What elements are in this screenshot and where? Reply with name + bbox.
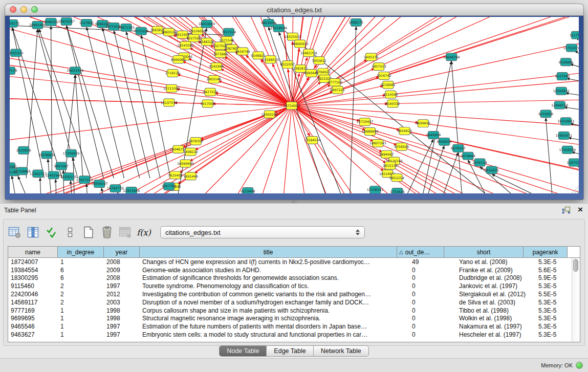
column-header-year[interactable]: year: [104, 247, 140, 257]
network-node[interactable]: 9654923: [397, 127, 412, 135]
network-node[interactable]: 9777169: [328, 78, 342, 86]
table-vertical-scrollbar[interactable]: [572, 258, 580, 342]
column-header-pagerank[interactable]: pagerank: [524, 247, 568, 257]
network-canvas[interactable]: 7663822886012389129541822605893275058186…: [10, 17, 579, 193]
table-row[interactable]: 2242004622012Investigating the contribut…: [8, 290, 580, 298]
network-node[interactable]: 9417004: [200, 100, 215, 107]
table-row[interactable]: 977716911998Corpus callosum shape and si…: [8, 307, 580, 315]
network-node[interactable]: 8216061: [381, 81, 396, 89]
network-node[interactable]: 8958924: [437, 138, 452, 145]
network-node[interactable]: 9640954: [426, 132, 441, 139]
network-node[interactable]: 15136141: [367, 186, 384, 193]
network-node[interactable]: 7955812: [312, 57, 326, 64]
network-node[interactable]: 8860123: [162, 28, 177, 36]
column-header-short[interactable]: short: [444, 247, 524, 257]
column-header-out-degree[interactable]: △ out_de…: [397, 247, 444, 257]
network-node[interactable]: 10653267: [58, 17, 75, 25]
network-node[interactable]: 1498222: [183, 148, 198, 156]
table-row[interactable]: 1938455462009Genome-wide association stu…: [8, 266, 580, 274]
tab-node-table[interactable]: Node Table: [220, 346, 267, 356]
network-node[interactable]: 20206856: [38, 151, 55, 159]
network-node[interactable]: 8186328: [199, 38, 214, 46]
delete-column-button[interactable]: [99, 224, 115, 240]
column-header-name[interactable]: name: [8, 247, 58, 257]
table-settings-button[interactable]: [7, 224, 23, 240]
minimize-window-button[interactable]: [20, 6, 27, 13]
network-node[interactable]: 16782759: [107, 185, 124, 192]
table-row[interactable]: 946554611997Estimation of the future num…: [8, 322, 580, 331]
network-node[interactable]: 9227343: [555, 73, 570, 80]
network-node[interactable]: 17359929: [63, 149, 80, 157]
network-node[interactable]: 12093832: [553, 87, 570, 95]
network-node[interactable]: 1527602: [79, 19, 94, 27]
network-node[interactable]: 2935114: [472, 159, 487, 166]
network-node[interactable]: 9123448: [241, 188, 255, 193]
network-node[interactable]: 7632621: [484, 166, 499, 174]
network-node[interactable]: 9699695: [416, 120, 430, 127]
network-node[interactable]: 11451944: [45, 171, 62, 179]
scrollbar-thumb[interactable]: [573, 259, 578, 272]
float-panel-icon[interactable]: [562, 206, 571, 214]
network-node[interactable]: 1495376: [364, 53, 379, 61]
network-node[interactable]: 16961758: [300, 49, 317, 57]
network-node[interactable]: 12923448: [123, 187, 140, 193]
network-node[interactable]: 1167533: [567, 159, 579, 166]
tab-edge-table[interactable]: Edge Table: [267, 346, 313, 356]
table-row[interactable]: 946362711997Embryonic stem cells: a mode…: [8, 331, 580, 339]
network-node[interactable]: 16958107: [91, 180, 108, 188]
network-node[interactable]: 9329966: [559, 58, 574, 66]
network-node[interactable]: 16099489: [177, 160, 194, 167]
close-panel-icon[interactable]: ×: [578, 206, 583, 214]
column-header-in-degree[interactable]: in_degree: [58, 247, 104, 257]
network-node[interactable]: 9857791: [162, 183, 177, 190]
network-node[interactable]: 5878350: [188, 137, 203, 145]
function-builder-button[interactable]: f(x): [136, 224, 152, 240]
network-node[interactable]: 1696175: [349, 18, 364, 26]
network-node[interactable]: 3675685: [213, 50, 228, 58]
network-node[interactable]: 1733426: [390, 188, 405, 193]
network-node[interactable]: 1691449: [183, 172, 198, 180]
network-node[interactable]: 2055150: [10, 49, 23, 57]
network-node[interactable]: 8549332: [385, 100, 400, 107]
network-node[interactable]: 15751074: [563, 44, 579, 52]
column-header-title[interactable]: title: [140, 247, 397, 257]
network-node[interactable]: 2803144: [207, 76, 222, 83]
network-node[interactable]: 15992971: [555, 132, 572, 140]
column-visibility-button[interactable]: [25, 224, 41, 240]
select-all-button[interactable]: [43, 224, 60, 240]
network-node[interactable]: 16053809: [198, 20, 215, 28]
network-node[interactable]: 18325419: [285, 33, 301, 40]
network-node[interactable]: 9427552: [203, 88, 218, 96]
table-row[interactable]: 911546021997Tourette syndrome. Phenomeno…: [8, 282, 580, 290]
citation-network-graph[interactable]: 7663822886012389129541822605893275058186…: [10, 17, 579, 193]
network-node[interactable]: 2718126: [165, 70, 180, 77]
network-node[interactable]: 8990065: [171, 56, 186, 63]
network-node[interactable]: 10688609: [362, 128, 379, 136]
network-node[interactable]: 1514540: [383, 91, 398, 98]
network-node[interactable]: 6497221: [330, 86, 345, 94]
network-node[interactable]: 9652254: [389, 174, 404, 182]
network-node[interactable]: 12505135: [60, 173, 77, 181]
window-titlebar[interactable]: citations_edges.txt: [5, 4, 583, 16]
close-window-button[interactable]: [10, 6, 16, 13]
table-selector-dropdown[interactable]: citations_edges.txt: [160, 226, 365, 238]
network-node[interactable]: 7625402: [168, 171, 183, 179]
network-node[interactable]: 8215958: [538, 110, 553, 118]
network-node[interactable]: 16107554: [161, 99, 178, 106]
network-node[interactable]: 7857224: [222, 28, 236, 36]
network-node[interactable]: 1857513: [372, 63, 386, 71]
network-node[interactable]: 9242844: [209, 63, 224, 71]
table-row[interactable]: 969969511998Structural magnetic resonanc…: [8, 315, 580, 323]
create-column-button[interactable]: [80, 224, 97, 240]
network-node[interactable]: 9097587: [54, 162, 69, 170]
network-node[interactable]: 9474444: [461, 152, 475, 160]
network-node[interactable]: 12444158: [551, 101, 568, 109]
table-row[interactable]: 1872400712008Changes of HCN gene express…: [8, 258, 580, 266]
zoom-window-button[interactable]: [31, 6, 38, 13]
network-node[interactable]: 15720407: [357, 118, 374, 126]
network-node[interactable]: 1615132: [383, 162, 398, 169]
network-node[interactable]: 9046321: [43, 18, 58, 26]
network-node[interactable]: 1016742: [377, 72, 391, 80]
network-node[interactable]: 9756928: [394, 143, 409, 150]
table-row[interactable]: 1830029562008Estimation of significance …: [8, 274, 580, 282]
